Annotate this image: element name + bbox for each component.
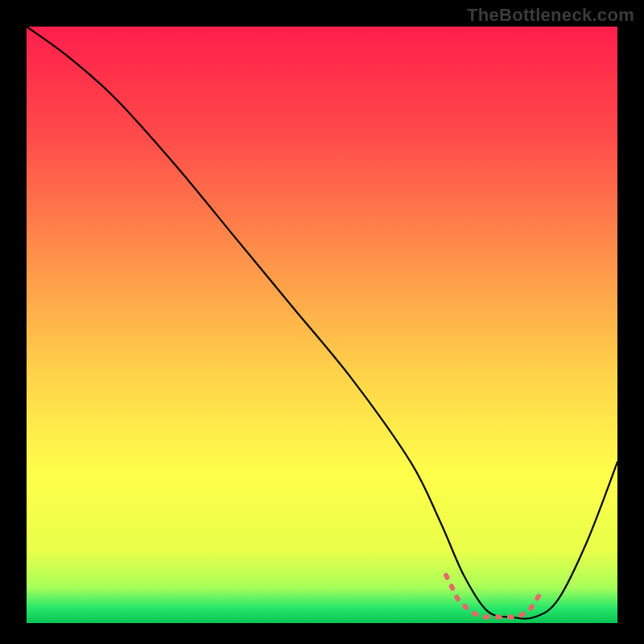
bottleneck-chart (0, 0, 644, 644)
plot-background (27, 27, 617, 623)
chart-frame: TheBottleneck.com (0, 0, 644, 644)
watermark-text: TheBottleneck.com (467, 5, 634, 26)
